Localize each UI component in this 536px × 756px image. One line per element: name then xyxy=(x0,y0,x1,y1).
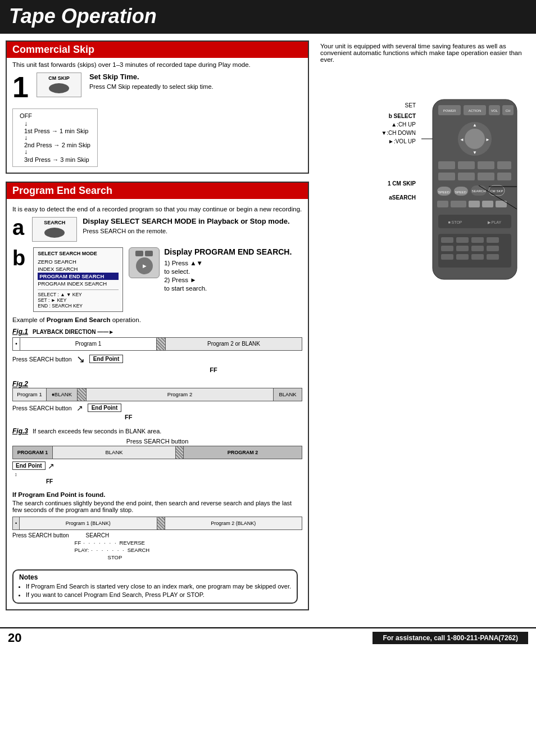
commercial-skip-desc: This unit fast forwards (skips) over 1–3… xyxy=(12,61,302,68)
svg-text:▲: ▲ xyxy=(473,123,477,128)
step1-title: Set Skip Time. xyxy=(89,73,214,81)
svg-rect-45 xyxy=(456,246,469,251)
svg-rect-15 xyxy=(438,161,455,169)
fig2-diagram: Fig.2 Program 1 ♦BLANK Program 2 BLANK P… xyxy=(12,380,302,420)
svg-rect-34 xyxy=(482,201,493,207)
svg-text:POWER: POWER xyxy=(443,109,456,112)
note-item-1: If Program End Search is started very cl… xyxy=(26,583,291,590)
fig3-bottom: End Point ↗ ↕ FF xyxy=(12,461,302,485)
remote-svg: POWER ACTION VOL CH ▲ ▼ ◄ ► xyxy=(421,97,528,288)
svg-text:◄: ◄ xyxy=(460,137,464,142)
ft-prog2: Program 2 (BLANK) xyxy=(165,517,302,529)
fig1-search-line: Press SEARCH button ↘ End Point xyxy=(12,353,302,365)
found-section: If Program End Point is found. The searc… xyxy=(12,491,302,560)
ir-btn1 xyxy=(135,251,143,256)
search-btn-label: SEARCH xyxy=(37,220,72,225)
mode-box: SELECT SEARCH MODE ZERO SEARCH INDEX SEA… xyxy=(33,247,123,312)
final-stop: STOP xyxy=(80,554,150,560)
final-search-btn: Press SEARCH button xyxy=(12,532,69,538)
fig3-blank: BLANK xyxy=(52,446,176,459)
commercial-skip-section: Commercial Skip This unit fast forwards … xyxy=(6,40,309,174)
svg-rect-41 xyxy=(456,237,469,243)
svg-rect-44 xyxy=(441,246,453,251)
mode-index: INDEX SEARCH xyxy=(38,265,119,273)
svg-text:CM SKP: CM SKP xyxy=(490,189,503,193)
fig1-endpoint: End Point xyxy=(89,355,124,363)
fig1-search-text: Press SEARCH button xyxy=(12,356,72,363)
fig2-ff: FF xyxy=(125,414,302,420)
step1-text: Press CM Skip repeatedly to select skip … xyxy=(89,83,214,90)
svg-text:SPEED: SPEED xyxy=(455,191,467,194)
program-end-section: Program End Search It is easy to detect … xyxy=(6,182,309,610)
fig1-hash xyxy=(157,338,166,350)
ir-nav: ▶ xyxy=(136,257,153,274)
b-ch-up: ▲:CH UP xyxy=(391,121,416,128)
page-number: 20 xyxy=(8,631,21,645)
svg-rect-51 xyxy=(487,254,499,260)
b-vol-up: ►:VOL UP xyxy=(388,138,416,144)
mode-zero: ZERO SEARCH xyxy=(38,258,119,265)
fig1-prog2: Program 2 or BLANK xyxy=(166,338,302,350)
mode-program-index: PROGRAM INDEX SEARCH xyxy=(38,280,119,287)
step-b-title: Display PROGRAM END SEARCH. xyxy=(164,247,292,256)
main-content: Commercial Skip This unit fast forwards … xyxy=(0,34,536,622)
remote-body: POWER ACTION VOL CH ▲ ▼ ◄ ► xyxy=(421,97,528,289)
fig3-label: Fig.3 xyxy=(12,427,28,435)
press1: 1) Press ▲▼ xyxy=(164,260,292,266)
fig3-diagram: Fig.3 If search exceeds few seconds in B… xyxy=(12,427,302,485)
final-reverse: REVERSE xyxy=(120,540,145,546)
svg-text:ACTION: ACTION xyxy=(469,109,482,112)
notes-title: Notes xyxy=(19,573,291,581)
svg-rect-49 xyxy=(456,254,469,260)
step1-desc: Set Skip Time. Press CM Skip repeatedly … xyxy=(89,73,214,94)
svg-rect-48 xyxy=(441,254,453,260)
search-oval xyxy=(44,228,65,238)
b-label: b SELECT xyxy=(389,113,416,119)
svg-rect-21 xyxy=(478,173,494,180)
step-b-letter: b xyxy=(12,247,25,312)
fig2-prog2: Program 2 xyxy=(87,388,274,401)
svg-rect-32 xyxy=(451,201,466,207)
svg-rect-17 xyxy=(478,161,494,169)
note-item-2: If you want to cancel Program End Search… xyxy=(26,591,291,598)
step-a-text: Press SEARCH on the remote. xyxy=(83,228,289,234)
final-annotation: Press SEARCH button SEARCH FF · · · · · … xyxy=(12,532,302,560)
fig3-condition: If search exceeds few seconds in BLANK a… xyxy=(33,428,161,434)
ft-hash xyxy=(157,517,165,529)
search-button-box: SEARCH xyxy=(32,217,77,242)
skip-chart: OFF ↓ 1st Press → 1 min Skip ↓ 2nd Press… xyxy=(12,108,98,167)
commercial-skip-header: Commercial Skip xyxy=(7,42,308,58)
svg-rect-33 xyxy=(469,201,480,207)
notes-list: If Program End Search is started very cl… xyxy=(19,583,291,598)
step-b-desc: Display PROGRAM END SEARCH. 1) Press ▲▼ … xyxy=(164,247,292,293)
svg-text:SPEED: SPEED xyxy=(438,191,450,194)
svg-text:SEARCH: SEARCH xyxy=(471,189,485,193)
svg-text:CH: CH xyxy=(506,109,511,112)
inline-remote: ▶ xyxy=(129,247,160,278)
svg-text:▶ PLAY: ▶ PLAY xyxy=(488,220,502,224)
remote-side-labels: SET b SELECT ▲:CH UP ▼:CH DOWN ►:VOL UP … xyxy=(381,97,416,201)
fig2-search-line: Press SEARCH button ↗ End Point xyxy=(12,404,302,413)
svg-rect-31 xyxy=(437,201,448,207)
fig1-diagram: Fig.1 PLAYBACK DIRECTION ——► • Program 1… xyxy=(12,328,302,373)
ft-dot: • xyxy=(13,517,20,529)
fig3-endpoint: End Point xyxy=(12,461,46,470)
fig1-prog1: Program 1 xyxy=(20,338,157,350)
svg-rect-16 xyxy=(458,161,475,169)
svg-rect-40 xyxy=(441,237,453,243)
fig3-header: Fig.3 If search exceeds few seconds in B… xyxy=(12,427,302,437)
press-list: 1) Press ▲▼ to select. 2) Press ► to sta… xyxy=(164,260,292,292)
page-footer: 20 For assistance, call 1-800-211-PANA(7… xyxy=(0,627,536,648)
step-a-title: Display SELECT SEARCH MODE in Playback o… xyxy=(83,217,289,225)
footer-help: For assistance, call 1-800-211-PANA(7262… xyxy=(373,632,528,644)
step-b-right: ▶ Display PROGRAM END SEARCH. 1) Press ▲… xyxy=(129,247,292,312)
svg-rect-20 xyxy=(458,173,475,180)
cm-skip-label: 1 CM SKIP xyxy=(388,180,416,187)
mode-title: SELECT SEARCH MODE xyxy=(38,251,119,256)
final-arrow-col: SEARCH FF · · · · · · · REVERSE PLAY: · … xyxy=(75,532,150,560)
fig1-tape: • Program 1 Program 2 or BLANK xyxy=(12,337,302,351)
fig3-hash xyxy=(176,446,184,459)
press2: 2) Press ► xyxy=(164,277,292,283)
ft-prog1: Program 1 (BLANK) xyxy=(20,517,157,529)
svg-rect-18 xyxy=(497,161,511,169)
